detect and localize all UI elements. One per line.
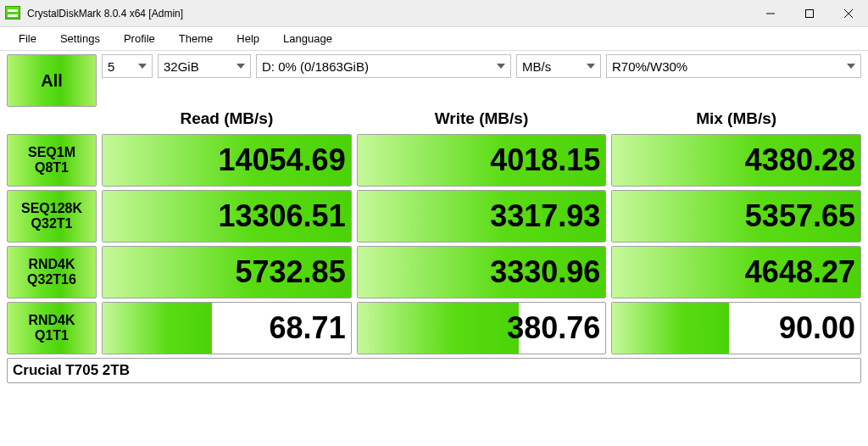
menu-settings[interactable]: Settings — [48, 31, 112, 47]
menu-language[interactable]: Language — [271, 31, 344, 47]
test-label: SEQ128K Q32T1 — [21, 201, 82, 231]
rnd4k-q32t16-button[interactable]: RND4K Q32T16 — [7, 246, 97, 298]
seq1m-q8t1-read: 14054.69 — [102, 134, 352, 187]
menu-theme[interactable]: Theme — [167, 31, 225, 47]
window-title: CrystalDiskMark 8.0.4 x64 [Admin] — [27, 8, 751, 20]
test-label: RND4K Q32T16 — [27, 257, 76, 287]
seq128k-q32t1-mix: 5357.65 — [611, 190, 861, 243]
seq128k-q32t1-write: 3317.93 — [357, 190, 607, 243]
test-label: SEQ1M Q8T1 — [28, 145, 75, 175]
app-icon — [5, 6, 20, 21]
rnd4k-q32t16-write: 3330.96 — [357, 246, 607, 298]
header-mix: Mix (MB/s) — [611, 107, 861, 131]
seq128k-q32t1-read: 13306.51 — [102, 190, 352, 243]
status-text: Crucial T705 2TB — [13, 362, 130, 379]
result-row: SEQ128K Q32T1 13306.51 3317.93 5357.65 — [7, 190, 861, 243]
maximize-button[interactable] — [790, 0, 829, 27]
minimize-button[interactable] — [751, 0, 790, 27]
test-label: RND4K Q1T1 — [28, 313, 75, 343]
rnd4k-q32t16-read: 5732.85 — [102, 246, 352, 298]
svg-rect-1 — [806, 10, 814, 18]
rnd4k-q1t1-button[interactable]: RND4K Q1T1 — [7, 302, 97, 354]
rnd4k-q1t1-read: 68.71 — [102, 302, 352, 354]
menu-file[interactable]: File — [7, 31, 48, 47]
rnd4k-q1t1-write: 380.76 — [357, 302, 607, 354]
seq128k-q32t1-button[interactable]: SEQ128K Q32T1 — [7, 190, 97, 243]
all-button-label: All — [41, 71, 63, 91]
header-write: Write (MB/s) — [357, 107, 607, 131]
mix-select[interactable]: R70%/W30% — [606, 54, 861, 78]
result-row: SEQ1M Q8T1 14054.69 4018.15 4380.28 — [7, 134, 861, 187]
close-button[interactable] — [829, 0, 868, 27]
header-read: Read (MB/s) — [102, 107, 352, 131]
result-row: RND4K Q32T16 5732.85 3330.96 4648.27 — [7, 246, 861, 298]
unit-select[interactable]: MB/s — [516, 54, 601, 78]
titlebar: CrystalDiskMark 8.0.4 x64 [Admin] — [0, 0, 868, 27]
controls-row: All 5 32GiB D: 0% (0/1863GiB) MB/s R70%/… — [7, 54, 861, 107]
size-select[interactable]: 32GiB — [158, 54, 251, 78]
rnd4k-q32t16-mix: 4648.27 — [611, 246, 861, 298]
client-area: All 5 32GiB D: 0% (0/1863GiB) MB/s R70%/… — [0, 51, 868, 387]
loops-select[interactable]: 5 — [102, 54, 153, 78]
target-select[interactable]: D: 0% (0/1863GiB) — [256, 54, 511, 78]
seq1m-q8t1-mix: 4380.28 — [611, 134, 861, 187]
all-button[interactable]: All — [7, 54, 97, 107]
header-row: Read (MB/s) Write (MB/s) Mix (MB/s) — [7, 107, 861, 131]
rnd4k-q1t1-mix: 90.00 — [611, 302, 861, 354]
status-bar: Crucial T705 2TB — [7, 358, 861, 383]
menubar: File Settings Profile Theme Help Languag… — [0, 27, 868, 51]
seq1m-q8t1-button[interactable]: SEQ1M Q8T1 — [7, 134, 97, 187]
result-row: RND4K Q1T1 68.71 380.76 90.00 — [7, 302, 861, 354]
seq1m-q8t1-write: 4018.15 — [357, 134, 607, 187]
menu-help[interactable]: Help — [225, 31, 271, 47]
window-controls — [751, 0, 868, 26]
menu-profile[interactable]: Profile — [112, 31, 167, 47]
